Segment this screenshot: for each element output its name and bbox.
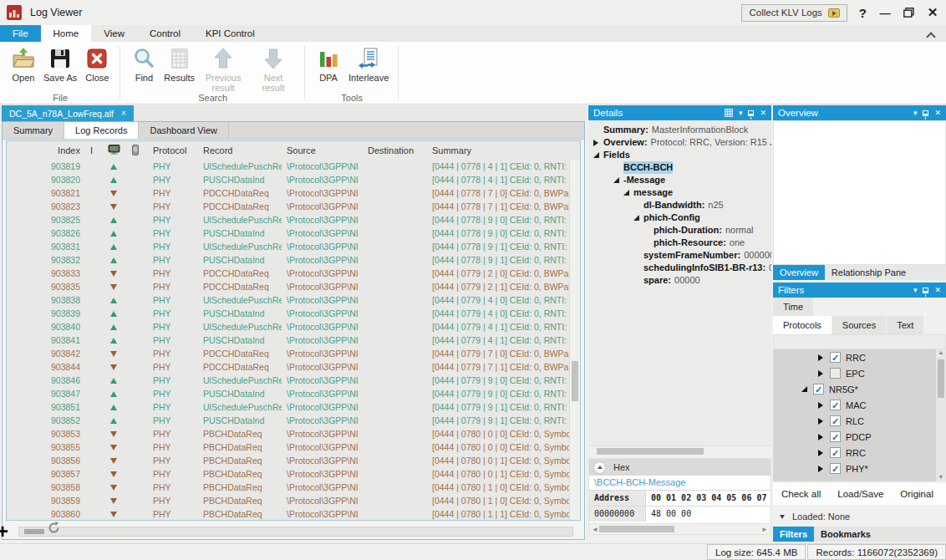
collapse-hex-icon[interactable] [593, 461, 606, 474]
expand-icon[interactable] [818, 354, 828, 361]
table-row[interactable]: 903855PHYPBCHDataReq\Protocol\3GPP\NI[04… [7, 440, 569, 454]
close-file-button[interactable]: Close [80, 45, 114, 84]
panel-close-icon[interactable]: ✕ [934, 109, 941, 117]
table-row[interactable]: 903825PHYUlSchedulePuschReq\Protocol\3GP… [7, 213, 569, 227]
checkbox[interactable]: ✓ [830, 352, 841, 363]
checkbox[interactable]: ✓ [830, 415, 841, 426]
expand-icon[interactable] [818, 402, 828, 409]
ribbon-tab-file[interactable]: File [0, 25, 41, 42]
expand-icon[interactable] [818, 450, 828, 456]
table-row[interactable]: 903847PHYPUSCHDataInd\Protocol\3GPP\NI[0… [7, 387, 569, 400]
table-row[interactable]: 903841PHYPUSCHDataInd\Protocol\3GPP\NI[0… [7, 333, 569, 347]
expand-icon[interactable] [818, 370, 828, 377]
checkbox[interactable] [830, 368, 841, 379]
next-result-button[interactable]: Next result [248, 45, 298, 94]
pin-icon[interactable] [923, 288, 928, 293]
checkbox[interactable]: ✓ [830, 431, 841, 442]
filter-tree-item[interactable]: ✓RLC [773, 413, 946, 429]
table-row[interactable]: 903821PHYPDCCHDataReq\Protocol\3GPP\NI[0… [7, 186, 569, 200]
table-row[interactable]: 903831PHYUlSchedulePuschReq\Protocol\3GP… [7, 240, 569, 253]
refresh-icon[interactable] [47, 521, 61, 535]
table-row[interactable]: 903851PHYUlSchedulePuschReq\Protocol\3GP… [7, 400, 569, 414]
panel-menu-icon[interactable]: ▾ [913, 287, 918, 294]
expand-icon[interactable] [818, 466, 828, 472]
table-row[interactable]: 903853PHYPBCHDataReq\Protocol\3GPP\NI[04… [7, 427, 569, 440]
minimize-button[interactable]: — [878, 7, 892, 19]
details-tree-item[interactable]: BCCH-BCH [588, 161, 771, 174]
column-header-protocol[interactable]: Protocol [146, 145, 198, 155]
help-button[interactable]: ? [859, 6, 867, 20]
collapse-icon[interactable] [633, 215, 643, 221]
tab-time[interactable]: Time [773, 298, 813, 316]
filter-tree-item[interactable]: ✓NR5G* [773, 381, 946, 397]
table-row[interactable]: 903857PHYPBCHDataReq\Protocol\3GPP\NI[04… [7, 467, 569, 481]
original-button[interactable]: Original [900, 489, 933, 499]
column-header-i[interactable]: I [80, 145, 103, 155]
hex-message-path[interactable]: \BCCH-BCH-Message [589, 476, 771, 490]
scrollbar-thumb[interactable] [938, 359, 944, 398]
panel-close-icon[interactable]: ✕ [760, 109, 766, 117]
details-tree-item[interactable]: spare:00000 [588, 274, 771, 287]
find-button[interactable]: Find [127, 45, 160, 84]
details-tree-item[interactable]: systemFrameNumber:00000000 [588, 249, 771, 262]
column-header-network[interactable] [103, 145, 125, 156]
filter-tree-item[interactable]: ✓PDCP [773, 429, 946, 445]
details-tree-item[interactable]: Fields [588, 149, 771, 161]
tab-text[interactable]: Text [887, 316, 923, 334]
pin-icon[interactable] [748, 110, 754, 116]
table-row[interactable]: 903839PHYPUSCHDataInd\Protocol\3GPP\NI[0… [7, 307, 569, 320]
panel-menu-icon[interactable]: ▾ [913, 109, 918, 117]
scrollbar-thumb[interactable] [572, 361, 578, 401]
details-tree-item[interactable]: Summary:MasterInformationBlock [588, 124, 771, 136]
tab-summary[interactable]: Summary [3, 122, 64, 139]
details-tree-item[interactable]: Overview:Protocol: RRC, Version: R15 Jun… [588, 136, 771, 149]
collapse-icon[interactable] [593, 152, 603, 158]
filter-tree-item[interactable]: ✓MAC [773, 397, 946, 413]
details-tree-item[interactable]: dl-Bandwidth:n25 [588, 199, 771, 211]
expand-icon[interactable] [593, 140, 603, 146]
scrollbar-thumb[interactable] [24, 529, 44, 534]
loaded-row[interactable]: Loaded: None [773, 510, 946, 523]
restore-button[interactable] [903, 8, 914, 18]
table-row[interactable]: 903842PHYPDCCHDataReq\Protocol\3GPP\NI[0… [7, 347, 569, 360]
close-button[interactable]: ✕ [926, 5, 939, 20]
load-save-button[interactable]: Load/Save [837, 489, 883, 499]
table-row[interactable]: 903852PHYPUSCHDataInd\Protocol\3GPP\NI[0… [7, 414, 569, 427]
ribbon-tab-view[interactable]: View [91, 25, 137, 42]
details-tree-item[interactable]: schedulingInfoSIB1-BR-r13:0 [588, 262, 771, 274]
table-row[interactable]: 903858PHYPBCHDataReq\Protocol\3GPP\NI[04… [7, 481, 569, 494]
collapse-icon[interactable] [623, 190, 633, 196]
table-row[interactable]: 903826PHYPUSCHDataInd\Protocol\3GPP\NI[0… [7, 227, 569, 240]
filter-tree-item[interactable]: EPC [773, 365, 946, 381]
checkbox[interactable]: ✓ [830, 463, 841, 474]
table-row[interactable]: 903819PHYUlSchedulePuschReq\Protocol\3GP… [7, 160, 569, 173]
log-table-vertical-scrollbar[interactable] [569, 160, 580, 520]
tab-bookmarks[interactable]: Bookmarks [814, 527, 877, 542]
scrollbar-thumb[interactable] [597, 448, 704, 455]
check-all-button[interactable]: Check all [781, 489, 821, 499]
tab-sources[interactable]: Sources [832, 316, 886, 334]
hex-horizontal-scrollbar[interactable]: ◄► [589, 523, 771, 534]
ribbon-tab-home[interactable]: Home [41, 25, 92, 42]
log-table-horizontal-scrollbar[interactable] [18, 527, 573, 537]
panel-close-icon[interactable]: ✕ [934, 287, 941, 294]
column-header-record[interactable]: Record [198, 145, 282, 155]
details-tree-item[interactable]: message [588, 186, 771, 199]
tab-protocols[interactable]: Protocols [773, 316, 832, 334]
expand-icon[interactable] [818, 418, 828, 425]
checkbox[interactable]: ✓ [830, 447, 841, 458]
expand-icon[interactable] [818, 434, 828, 440]
filter-tree-item[interactable]: ✓PHY* [773, 461, 946, 476]
document-tab-close-icon[interactable]: × [121, 109, 126, 118]
checkbox[interactable]: ✓ [830, 400, 841, 410]
details-tree-item[interactable]: phich-Duration:normal [588, 224, 771, 237]
collapse-icon[interactable] [801, 386, 811, 392]
table-row[interactable]: 903832PHYPUSCHDataInd\Protocol\3GPP\NI[0… [7, 253, 569, 267]
table-row[interactable]: 903840PHYUlSchedulePuschReq\Protocol\3GP… [7, 320, 569, 333]
column-header-summary[interactable]: Summary [427, 145, 580, 155]
collect-klv-logs-button[interactable]: Collect KLV Logs [741, 4, 847, 22]
details-tree-item[interactable]: -Message [588, 174, 771, 186]
tab-log-records[interactable]: Log Records [64, 122, 139, 139]
tab-relationship-pane[interactable]: Relationship Pane [825, 265, 913, 280]
details-horizontal-scrollbar[interactable] [588, 445, 771, 456]
